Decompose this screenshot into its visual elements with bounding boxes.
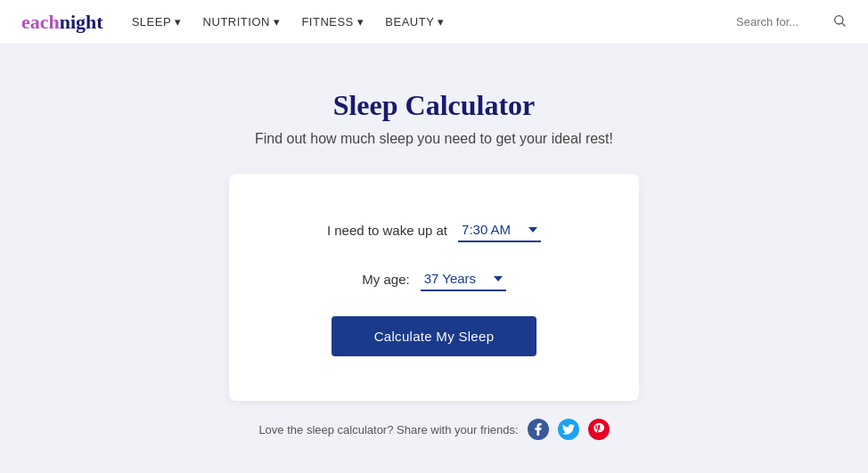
navbar: eachnight SLEEP ▾ NUTRITION ▾ FITNESS ▾ …	[0, 0, 868, 45]
wakeup-row: I need to wake up at 12:00 AM12:30 AM1:0…	[327, 218, 541, 242]
page-title: Sleep Calculator	[333, 89, 536, 122]
search-input[interactable]	[736, 15, 825, 29]
twitter-share-button[interactable]	[558, 419, 579, 440]
chevron-down-icon: ▾	[357, 15, 364, 29]
search-bar	[736, 13, 847, 31]
logo-suffix: night	[60, 11, 103, 33]
share-row: Love the sleep calculator? Share with yo…	[258, 419, 609, 440]
chevron-down-icon: ▾	[438, 15, 445, 29]
nav-link-beauty[interactable]: BEAUTY ▾	[385, 15, 445, 29]
nav-link-sleep[interactable]: SLEEP ▾	[132, 15, 182, 29]
logo-text: eachnight	[21, 11, 103, 34]
chevron-down-icon: ▾	[175, 15, 182, 29]
search-icon[interactable]	[832, 13, 847, 31]
pinterest-share-button[interactable]	[588, 419, 610, 440]
nav-link-fitness[interactable]: FITNESS ▾	[301, 15, 364, 29]
calculator-card: I need to wake up at 12:00 AM12:30 AM1:0…	[229, 174, 639, 401]
wakeup-label: I need to wake up at	[327, 223, 447, 238]
svg-point-0	[835, 15, 843, 23]
share-label: Love the sleep calculator? Share with yo…	[258, 423, 518, 436]
page-subtitle: Find out how much sleep you need to get …	[255, 131, 613, 147]
nav-link-nutrition[interactable]: NUTRITION ▾	[203, 15, 281, 29]
logo-prefix: each	[21, 11, 60, 33]
calculate-button[interactable]: Calculate My Sleep	[332, 316, 537, 356]
age-label: My age:	[362, 272, 409, 287]
nav-links: SLEEP ▾ NUTRITION ▾ FITNESS ▾ BEAUTY ▾	[132, 15, 736, 29]
age-select[interactable]: < 1 Year1 Year2 Years3 Years4 Years5 Yea…	[421, 267, 506, 291]
logo[interactable]: eachnight	[21, 11, 103, 34]
chevron-down-icon: ▾	[274, 15, 281, 29]
svg-line-1	[842, 23, 845, 26]
age-row: My age: < 1 Year1 Year2 Years3 Years4 Ye…	[362, 267, 505, 291]
main-content: Sleep Calculator Find out how much sleep…	[0, 45, 868, 473]
time-select[interactable]: 12:00 AM12:30 AM1:00 AM1:30 AM2:00 AM2:3…	[458, 218, 541, 242]
facebook-share-button[interactable]	[528, 419, 549, 440]
